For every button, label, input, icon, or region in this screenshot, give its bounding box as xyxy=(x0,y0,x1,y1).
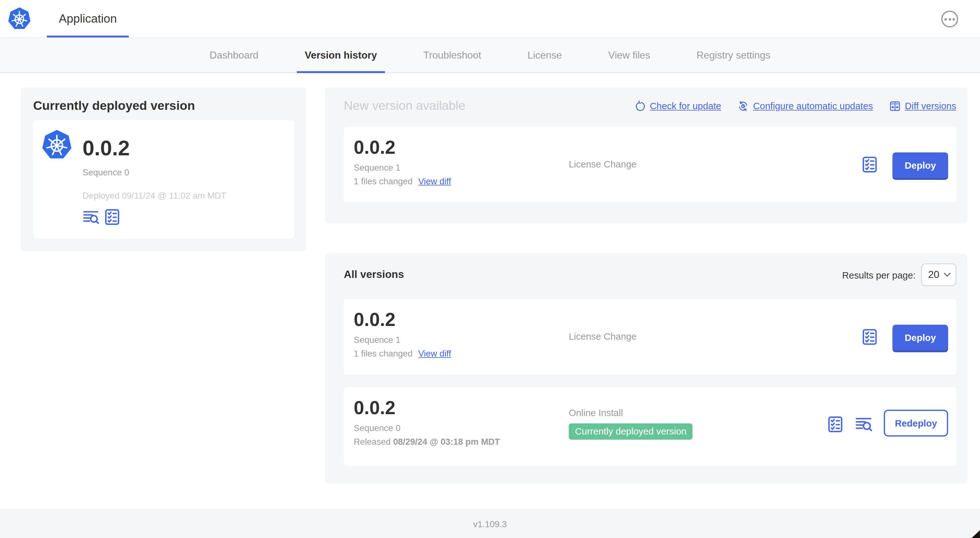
tab-troubleshoot[interactable]: Troubleshoot xyxy=(415,38,489,73)
view-logs-icon[interactable] xyxy=(855,416,873,433)
tab-dashboard[interactable]: Dashboard xyxy=(201,38,267,73)
app-tab[interactable]: Application xyxy=(47,0,129,38)
version-source-label: License Change xyxy=(569,331,636,341)
preflight-checks-icon[interactable] xyxy=(861,329,878,345)
files-changed-label: 1 files changed xyxy=(354,176,412,186)
kubernetes-logo-icon xyxy=(8,7,32,31)
deployed-timestamp: Deployed 09/11/24 @ 11:02 am MDT xyxy=(83,190,226,200)
files-changed-label: 1 files changed xyxy=(354,349,412,359)
currently-deployed-panel: Currently deployed version 0.0.2 Sequenc… xyxy=(21,87,307,251)
diff-versions-link[interactable]: Diff versions xyxy=(889,100,956,111)
refresh-icon xyxy=(634,100,646,111)
view-logs-icon[interactable] xyxy=(83,208,99,225)
row-sequence-label: Sequence 1 xyxy=(354,335,451,344)
currently-deployed-badge: Currently deployed version xyxy=(569,424,693,440)
row-sequence-label: Sequence 1 xyxy=(354,162,451,172)
tab-view-files[interactable]: View files xyxy=(600,38,659,73)
configure-automatic-updates-link[interactable]: Configure automatic updates xyxy=(738,100,873,111)
version-row: 0.0.2 Sequence 1 1 files changed View di… xyxy=(344,299,956,375)
app-tab-label: Application xyxy=(59,12,117,25)
page: Application Dashboard Version history Tr… xyxy=(0,0,980,538)
auto-update-icon xyxy=(738,100,749,111)
redeploy-button[interactable]: Redeploy xyxy=(884,410,948,436)
version-source-label: License Change xyxy=(569,159,636,169)
preflight-checks-icon[interactable] xyxy=(827,416,844,433)
released-timestamp: Released 08/29/24 @ 03:18 pm MDT xyxy=(354,436,500,446)
new-version-panel: New version available Check for update xyxy=(325,87,967,224)
diff-icon xyxy=(889,100,900,111)
version-row: 0.0.2 Sequence 0 Released 08/29/24 @ 03:… xyxy=(344,387,956,466)
view-diff-link[interactable]: View diff xyxy=(418,349,451,359)
version-source-label: Online Install xyxy=(569,407,623,418)
row-version-label: 0.0.2 xyxy=(354,137,451,158)
currently-deployed-title: Currently deployed version xyxy=(33,99,195,113)
results-per-page-select[interactable]: 20 xyxy=(921,263,956,286)
results-per-page-label: Results per page: xyxy=(842,269,916,280)
tab-registry-settings[interactable]: Registry settings xyxy=(689,38,779,73)
app-header: Application xyxy=(0,0,980,38)
row-sequence-label: Sequence 0 xyxy=(354,423,500,433)
view-diff-link[interactable]: View diff xyxy=(418,176,451,186)
new-version-card: 0.0.2 Sequence 1 1 files changed View di… xyxy=(344,127,956,202)
deploy-button[interactable]: Deploy xyxy=(892,325,948,350)
preflight-checks-icon[interactable] xyxy=(861,156,878,173)
check-for-update-link[interactable]: Check for update xyxy=(634,100,721,111)
preflight-checks-icon[interactable] xyxy=(104,208,121,225)
new-version-title: New version available xyxy=(344,99,466,113)
row-version-label: 0.0.2 xyxy=(354,309,451,330)
currently-deployed-card: 0.0.2 Sequence 0 Deployed 09/11/24 @ 11:… xyxy=(33,120,294,239)
console-version-label: v1.109.3 xyxy=(473,519,507,528)
kubernetes-app-icon xyxy=(41,129,72,160)
tab-license[interactable]: License xyxy=(519,38,570,73)
all-versions-title: All versions xyxy=(344,269,404,281)
all-versions-panel: All versions Results per page: 20 0.0.2 … xyxy=(325,253,967,483)
ellipsis-menu-button[interactable] xyxy=(941,11,958,27)
deploy-button[interactable]: Deploy xyxy=(892,152,948,178)
app-tab-active-underline xyxy=(47,36,129,38)
deployed-version-label: 0.0.2 xyxy=(83,136,226,160)
tab-version-history[interactable]: Version history xyxy=(297,38,385,73)
deployed-sequence-label: Sequence 0 xyxy=(83,167,226,177)
app-footer: v1.109.3 xyxy=(0,509,980,538)
page-nav: Dashboard Version history Troubleshoot L… xyxy=(0,38,980,73)
row-version-label: 0.0.2 xyxy=(354,397,500,419)
ellipsis-icon xyxy=(944,18,947,21)
chevron-down-icon xyxy=(944,272,951,277)
